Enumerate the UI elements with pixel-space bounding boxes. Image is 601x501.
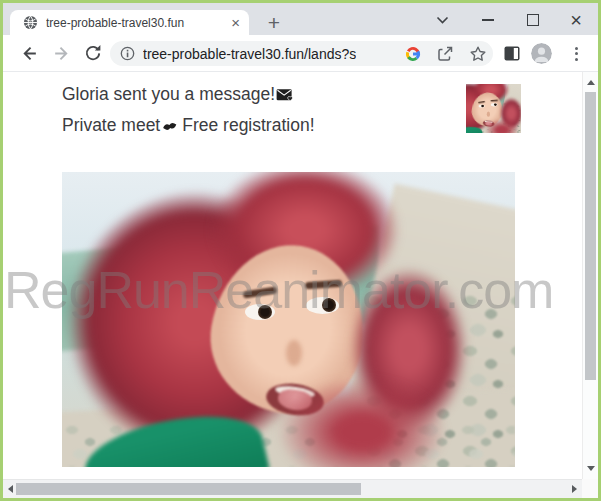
browser-tab[interactable]: tree-probable-travel30.fun × <box>10 10 249 35</box>
side-panel-icon[interactable] <box>503 45 521 66</box>
offer-heading-suffix: Free registration! <box>182 115 314 136</box>
page-content: Gloria sent you a message! Private meet … <box>3 72 598 498</box>
photo-eye <box>491 103 498 106</box>
kiss-mark-icon <box>159 116 180 135</box>
scrollbar-corner <box>582 479 598 498</box>
tab-strip: tree-probable-travel30.fun × + × <box>3 3 598 35</box>
photo-eye <box>306 297 339 314</box>
forward-button[interactable] <box>48 40 74 66</box>
window-close-button[interactable]: × <box>561 7 591 33</box>
profile-avatar-icon[interactable] <box>531 43 552 64</box>
minimize-button[interactable] <box>473 7 503 33</box>
google-g-icon[interactable] <box>404 45 422 63</box>
profile-photo-thumbnail <box>466 84 521 133</box>
new-tab-button[interactable]: + <box>261 10 287 36</box>
minimize-icon <box>482 19 494 21</box>
globe-icon <box>23 15 38 30</box>
photo-scene <box>62 172 515 467</box>
horizontal-scrollbar[interactable] <box>3 479 582 498</box>
photo-eye <box>245 304 275 320</box>
vertical-scroll-thumb[interactable] <box>585 92 596 380</box>
browser-menu-icon[interactable] <box>567 43 585 64</box>
photo-scene <box>466 84 521 133</box>
share-icon[interactable] <box>436 45 454 63</box>
tab-close-icon[interactable]: × <box>228 15 243 30</box>
vertical-scrollbar[interactable] <box>582 72 598 479</box>
message-heading-text: Gloria sent you a message! <box>62 84 275 105</box>
photo-eye <box>479 104 485 107</box>
scroll-right-icon[interactable] <box>572 485 577 493</box>
reload-button[interactable] <box>80 40 106 66</box>
offer-heading: Private meet Free registration! <box>62 115 315 136</box>
maximize-button[interactable] <box>518 7 548 33</box>
scroll-left-icon[interactable] <box>8 485 13 493</box>
browser-toolbar: tree-probable-travel30.fun/lands?s <box>3 35 598 72</box>
back-button[interactable] <box>16 40 42 66</box>
scroll-down-icon[interactable] <box>587 466 595 471</box>
url-text: tree-probable-travel30.fun/lands?s <box>143 46 356 62</box>
offer-heading-prefix: Private meet <box>62 115 160 136</box>
tab-title: tree-probable-travel30.fun <box>46 16 228 30</box>
site-info-icon[interactable] <box>120 46 135 61</box>
scroll-up-icon[interactable] <box>587 80 595 85</box>
bookmark-star-icon[interactable] <box>469 45 487 63</box>
hero-photo[interactable] <box>62 172 515 467</box>
address-bar[interactable]: tree-probable-travel30.fun/lands?s <box>110 41 493 66</box>
maximize-icon <box>527 14 539 26</box>
photo-nose <box>286 340 302 366</box>
horizontal-scroll-thumb[interactable] <box>16 483 361 495</box>
message-heading: Gloria sent you a message! <box>62 84 294 105</box>
tab-search-chevron-icon[interactable] <box>427 7 457 33</box>
photo-nose <box>487 112 490 117</box>
love-letter-icon <box>275 86 294 103</box>
